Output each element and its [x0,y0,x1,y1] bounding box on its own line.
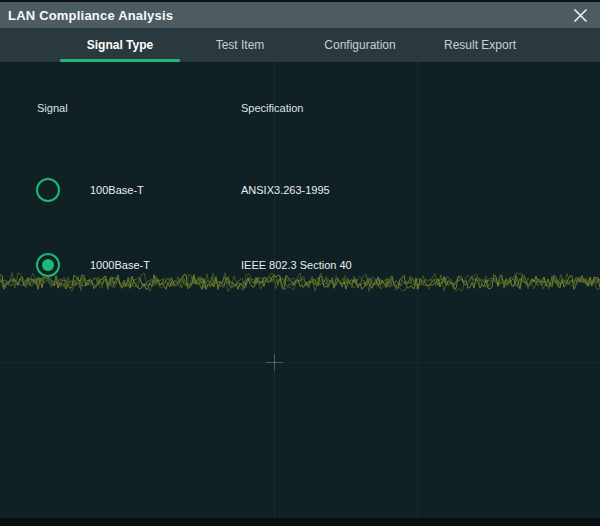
specification-label: ANSIX3.263-1995 [241,184,330,196]
tab-label: Test Item [216,38,265,52]
signal-label: 100Base-T [90,184,144,196]
close-button[interactable] [570,5,590,25]
bottom-strip [0,518,600,526]
specification-label: IEEE 802.3 Section 40 [241,259,352,271]
tab-label: Result Export [444,38,516,52]
graticule-vertical-line [274,62,275,518]
graticule-vertical-line [417,62,418,518]
window-title: LAN Compliance Analysis [8,8,173,23]
tab-signal-type[interactable]: Signal Type [60,28,180,62]
tab-bar: Signal Type Test Item Configuration Resu… [0,28,600,62]
signal-row-100base-t: 100Base-T ANSIX3.263-1995 [0,176,600,204]
tab-label: Signal Type [87,38,153,52]
close-icon [573,8,588,23]
column-header-specification: Specification [241,102,303,114]
tab-test-item[interactable]: Test Item [180,28,300,62]
tabs-container: Signal Type Test Item Configuration Resu… [60,28,540,62]
tab-label: Configuration [324,38,395,52]
radio-button-1000base-t[interactable] [36,253,60,277]
radio-button-100base-t[interactable] [36,178,60,202]
signal-label: 1000Base-T [90,259,150,271]
window-titlebar: LAN Compliance Analysis [0,2,600,28]
graticule-center-cross [274,354,275,371]
tab-configuration[interactable]: Configuration [300,28,420,62]
tab-result-export[interactable]: Result Export [420,28,540,62]
lan-compliance-dialog: LAN Compliance Analysis Signal Type Test… [0,0,600,526]
graticule-horizontal-line [0,362,600,363]
column-header-signal: Signal [37,102,68,114]
signal-type-panel: Signal Specification 100Base-T ANSIX3.26… [0,62,600,518]
signal-row-1000base-t: 1000Base-T IEEE 802.3 Section 40 [0,251,600,279]
radio-dot [42,259,54,271]
